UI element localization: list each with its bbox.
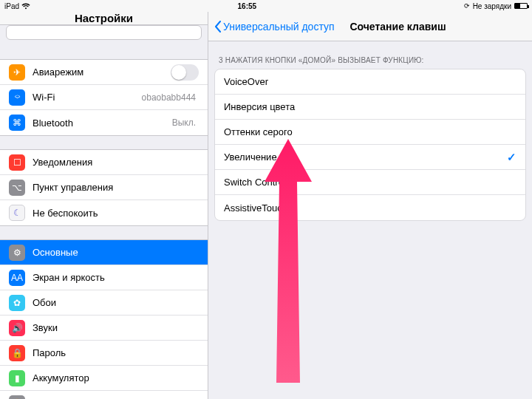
wifi-icon: ⌔: [9, 89, 25, 106]
sidebar-item-label: Авиарежим: [33, 66, 171, 78]
back-label: Универсальный доступ: [223, 21, 335, 33]
status-bar-right: ⟳ Не зарядки: [464, 2, 528, 10]
shortcut-option[interactable]: VoiceOver: [215, 69, 525, 95]
sidebar-item-dnd[interactable]: ☾Не беспокоить: [0, 200, 208, 225]
sidebar-header: Настройки: [0, 12, 208, 25]
wallpaper-icon: ✿: [9, 295, 25, 311]
shortcut-option[interactable]: Увеличение✓: [215, 145, 525, 170]
search-field[interactable]: [6, 25, 202, 40]
battery-icon: ▮: [9, 370, 25, 386]
detail-pane: Универсальный доступ Сочетание клавиш 3 …: [208, 12, 532, 399]
sidebar-item-value: obaobabb444: [142, 92, 196, 103]
sidebar-item-label: Уведомления: [33, 157, 199, 168]
status-time: 16:55: [30, 2, 464, 10]
sidebar-item-airplane[interactable]: ✈Авиарежим: [0, 60, 208, 85]
notifications-icon: ☐: [9, 154, 25, 171]
sidebar-item-sounds[interactable]: 🔊Звуки: [0, 316, 208, 341]
sidebar-item-bluetooth[interactable]: ⌘BluetoothВыкл.: [0, 110, 208, 135]
shortcut-option[interactable]: AssistiveTouch: [215, 195, 525, 220]
battery-icon: [514, 3, 528, 9]
sounds-icon: 🔊: [9, 320, 25, 336]
sidebar-item-display[interactable]: AAЭкран и яркость: [0, 265, 208, 290]
sidebar-item-wallpaper[interactable]: ✿Обои: [0, 290, 208, 316]
charge-label: Не зарядки: [473, 2, 511, 10]
sidebar-item-label: Не беспокоить: [33, 208, 199, 219]
option-label: AssistiveTouch: [224, 202, 516, 214]
search-container: [0, 25, 208, 46]
option-label: Switch Control: [224, 177, 516, 188]
sidebar-item-label: Экран и яркость: [33, 272, 199, 283]
sidebar-title: Настройки: [75, 12, 133, 24]
sidebar-item-wifi[interactable]: ⌔Wi-Fiobaobabb444: [0, 85, 208, 110]
sidebar-group-general: ⚙ОсновныеAAЭкран и яркость✿Обои🔊Звуки🔒Па…: [0, 239, 208, 399]
gear-icon: ⚙: [9, 245, 25, 261]
sidebar-item-label: Аккумулятор: [33, 372, 199, 383]
wifi-icon: [21, 3, 30, 10]
settings-sidebar: Настройки ✈Авиарежим⌔Wi-Fiobaobabb444⌘Bl…: [0, 12, 208, 399]
sidebar-item-label: Bluetooth: [33, 117, 172, 129]
sidebar-item-general[interactable]: ⚙Основные: [0, 240, 208, 265]
sidebar-item-label: Пароль: [33, 347, 199, 358]
status-bar-left: iPad: [4, 2, 30, 10]
shortcut-option[interactable]: Оттенки серого: [215, 120, 525, 145]
sidebar-item-label: Wi-Fi: [33, 92, 142, 103]
sidebar-item-label: Звуки: [33, 322, 199, 333]
back-button[interactable]: Универсальный доступ: [214, 21, 335, 33]
shortcut-option[interactable]: Switch Control: [215, 170, 525, 195]
display-icon: AA: [9, 270, 25, 286]
detail-header: Универсальный доступ Сочетание клавиш: [208, 12, 532, 41]
screen: iPad 16:55 ⟳ Не зарядки Настройки ✈Авиар…: [0, 0, 532, 399]
status-bar: iPad 16:55 ⟳ Не зарядки: [0, 0, 532, 12]
privacy-icon: ✋: [9, 395, 25, 399]
option-label: VoiceOver: [224, 76, 516, 87]
toggle-airplane[interactable]: [171, 64, 199, 81]
shortcut-options-list: VoiceOverИнверсия цветаОттенки серогоУве…: [214, 69, 526, 221]
sidebar-item-label: Основные: [33, 247, 199, 258]
split-view: Настройки ✈Авиарежим⌔Wi-Fiobaobabb444⌘Bl…: [0, 12, 532, 399]
sidebar-item-notifications[interactable]: ☐Уведомления: [0, 150, 208, 175]
control-center-icon: ⌥: [9, 180, 25, 196]
sidebar-item-label: Пункт управления: [33, 182, 199, 193]
option-label: Увеличение: [224, 151, 507, 163]
sidebar-item-value: Выкл.: [172, 117, 196, 128]
passcode-icon: 🔒: [9, 345, 25, 361]
section-header: 3 нажатия кнопки «Домой» вызывает функци…: [208, 41, 532, 69]
moon-icon: ☾: [9, 205, 25, 221]
device-label: iPad: [4, 2, 19, 10]
bluetooth-icon: ⌘: [9, 115, 25, 131]
option-label: Оттенки серого: [224, 126, 516, 137]
airplane-icon: ✈: [9, 64, 25, 81]
sidebar-item-control-center[interactable]: ⌥Пункт управления: [0, 175, 208, 200]
sidebar-group-network: ✈Авиарежим⌔Wi-Fiobaobabb444⌘BluetoothВык…: [0, 59, 208, 136]
option-label: Инверсия цвета: [224, 101, 516, 112]
sidebar-item-privacy[interactable]: ✋Конфиденциальность: [0, 391, 208, 399]
sidebar-group-alerts: ☐Уведомления⌥Пункт управления☾Не беспоко…: [0, 149, 208, 226]
checkmark-icon: ✓: [507, 151, 516, 164]
shortcut-option[interactable]: Инверсия цвета: [215, 95, 525, 120]
sidebar-item-label: Обои: [33, 297, 199, 308]
sidebar-item-passcode[interactable]: 🔒Пароль: [0, 341, 208, 366]
sidebar-item-battery[interactable]: ▮Аккумулятор: [0, 366, 208, 391]
chevron-left-icon: [214, 21, 222, 33]
